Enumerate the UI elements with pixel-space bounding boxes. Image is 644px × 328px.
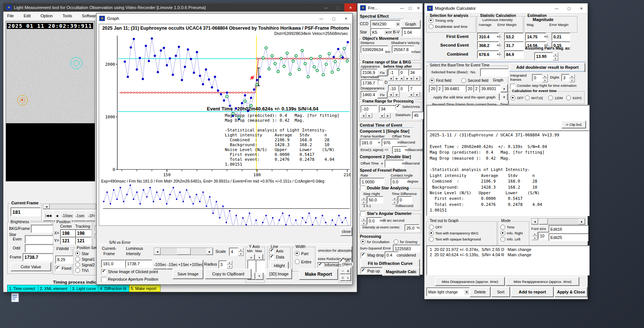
minimize-icon[interactable]: — <box>315 14 327 23</box>
line-axis-checkbox[interactable]: Axis <box>269 249 283 254</box>
menu-file[interactable]: File <box>7 14 14 18</box>
results-list[interactable]: 1 20 02 31.972 +/- 0.374s, S/N= 2.55 D M… <box>426 245 589 275</box>
step-hight-value[interactable]: 50.0 <box>367 196 383 204</box>
main-titlebar[interactable]: ✦ Light Measurement tool for Occultation… <box>3 3 357 12</box>
ccd-select[interactable]: IMX290▼ <box>370 20 402 28</box>
mag-titlebar[interactable]: ✦ Magnitude Calculator — ▢ ✕ <box>424 3 588 14</box>
radius-spinner[interactable]: ▲▼ <box>227 260 232 269</box>
maximize-icon[interactable]: ▢ <box>327 14 340 23</box>
mode-time-radio[interactable]: Time <box>500 225 514 230</box>
combined-err[interactable]: 84.9 <box>504 50 524 59</box>
second-event-err[interactable]: 31.7 <box>504 41 524 50</box>
edit16-field[interactable]: Edit16 <box>549 225 588 233</box>
close-icon[interactable]: ✕ <box>340 14 352 23</box>
star-even-value[interactable] <box>25 235 53 243</box>
f2-sec[interactable]: 39.8931 <box>479 85 503 92</box>
correction-absorption-button[interactable]: Correction for absorption <box>317 246 352 255</box>
time-diff-value[interactable]: 0 <box>398 196 412 204</box>
range-to-value[interactable]: 34 <box>379 105 396 113</box>
font-size-spinner[interactable]: ▲▼ <box>532 232 538 240</box>
sort-button[interactable]: Sort <box>491 287 510 297</box>
timing-only-radio[interactable]: Timing only <box>429 18 453 23</box>
calc-120m-radio[interactable]: 120M <box>548 95 563 100</box>
tab-xml-element[interactable]: 2. XML element <box>38 285 73 292</box>
d-after-value[interactable]: 7 <box>408 85 422 92</box>
fresnel-titlebar[interactable]: ✦ Fre... — ▢ ✕ <box>358 3 423 13</box>
basetime-up-button[interactable]: ▲ <box>500 84 508 92</box>
combined-avg[interactable]: 678.6 <box>477 50 499 59</box>
minimize-icon[interactable]: — <box>550 3 563 13</box>
scroll-left-icon[interactable]: ◀ <box>43 204 50 209</box>
minus-10sec-button[interactable]: -10Sec <box>153 260 167 269</box>
maximize-icon[interactable]: ▢ <box>563 3 575 13</box>
tab-make-report[interactable]: 5. Make report <box>129 285 161 292</box>
position-set-tivi-radio[interactable]: TIVi <box>75 268 88 273</box>
position-set-signal1-radio[interactable]: Signal1 <box>75 257 95 261</box>
add-to-report-button[interactable]: Add to report <box>511 287 554 297</box>
minus-1sec-button[interactable]: -1Sec <box>167 260 179 269</box>
for-grazing-radio[interactable]: for Grazing <box>394 239 417 244</box>
d-before-spinner[interactable]: ◀▶ <box>388 92 400 97</box>
magnitude-calc-button[interactable]: Magnitude Calc <box>382 267 420 276</box>
main-light-change-select[interactable]: Main light change▼ <box>426 287 471 296</box>
for-occultation-radio[interactable]: for Occultation <box>361 239 389 244</box>
velocity-value[interactable]: 25567.8 <box>392 45 414 53</box>
consider-step-checkbox[interactable]: Consider step hight for time estimation <box>510 84 577 89</box>
second-field-radio[interactable]: Second field <box>461 78 488 83</box>
mode-info-left-radio[interactable]: Info. Left <box>500 237 520 242</box>
fit-diffraction-button[interactable]: Fit to Diffraction Curve <box>361 259 420 268</box>
graph-titlebar[interactable]: ✦ Graph — ▢ ✕ <box>97 14 352 24</box>
first-event-avg[interactable]: 310.4 <box>477 33 499 41</box>
scrollbar-thumb[interactable] <box>177 248 191 255</box>
menu-edit[interactable]: Edit <box>24 14 31 18</box>
rewind-button[interactable]: |◀◀ <box>43 210 54 221</box>
frame-intensity-value[interactable]: 1738.7 <box>23 253 53 261</box>
object-l-button[interactable]: L <box>345 274 351 281</box>
tab-diffraction[interactable]: 4. Diffraction tit <box>98 285 131 292</box>
after-spinner[interactable]: ◀▶ <box>408 76 420 81</box>
position-set-star-radio[interactable]: Star <box>75 251 89 256</box>
playback-scrollbar[interactable]: ◀ <box>43 204 96 209</box>
time-diff-spinner[interactable]: ▲▼ <box>392 196 397 204</box>
width-entire-radio[interactable]: Entire <box>295 259 311 264</box>
y-center-value[interactable]: 121 <box>60 237 77 245</box>
mode-info-right-radio[interactable]: Info. Right <box>500 231 523 236</box>
select-area-checkbox[interactable]: SelectArea <box>395 104 420 110</box>
object-b-button[interactable]: B <box>345 268 351 274</box>
bkg-frame-value[interactable] <box>31 225 53 233</box>
scroll-right-icon[interactable]: ▶ <box>579 219 585 224</box>
calc-off-radio[interactable]: OFF <box>511 95 524 100</box>
fwhm-value[interactable]: 8.29 <box>55 255 73 264</box>
color-value-button[interactable]: Color Value <box>11 262 51 271</box>
plus-1sec-button[interactable]: +1Sec <box>178 260 190 269</box>
digits-spinner[interactable]: ▲▼ <box>569 74 575 82</box>
report-text-area[interactable]: 2025-1-11 / (31)Euphrosyne / UCAC4 371-0… <box>426 130 589 216</box>
offset-time-value[interactable]: 976 <box>382 139 400 147</box>
selected-frame-value[interactable] <box>480 68 509 77</box>
tab-light-curve[interactable]: 3. Light curve <box>70 285 100 292</box>
save-image-button[interactable]: Save Image <box>173 269 203 279</box>
f1-sec[interactable]: 39.6481 <box>442 85 466 92</box>
current-frame-value[interactable]: 181 <box>11 207 41 216</box>
first-event-mag-err[interactable]: 0.21 <box>552 33 570 41</box>
miss-disappearance-button[interactable]: Miss Disappearance (approx. time) <box>435 277 505 286</box>
apply-edit-time-button[interactable]: Apply the edit time and Re-open graph <box>429 93 500 101</box>
minimize-icon[interactable]: — <box>320 3 332 12</box>
intermediate-value[interactable]: 1738.7 <box>361 79 380 87</box>
close-icon[interactable]: ✕ <box>575 3 588 13</box>
tab-time-correct[interactable]: 1. Time correct <box>7 285 40 292</box>
rate-value[interactable]: 1.0000 <box>360 178 385 186</box>
range-to-spinner[interactable]: ◀▶ <box>379 113 391 118</box>
graph-current-frame-value[interactable]: 181.0 <box>101 260 125 268</box>
minus-1sec-button[interactable]: -1sec <box>74 210 86 221</box>
close-icon[interactable]: ✕ <box>414 3 423 12</box>
scroll-left-icon[interactable]: ◀ <box>154 248 161 255</box>
reproduce-aperture-checkbox[interactable]: Reproduce Aperture Position <box>101 277 158 282</box>
plot-panel[interactable]: 2025 Jan 11; (31) Euphrosyne occults UCA… <box>99 24 351 226</box>
star-odd-value[interactable] <box>25 244 53 252</box>
close-icon[interactable]: ✕ <box>344 3 357 12</box>
delete-button[interactable]: Delete <box>470 287 491 297</box>
miss-reappearance-button[interactable]: Miss Reapppearance (approx. time) <box>506 277 579 286</box>
text-off-radio[interactable]: OFF <box>429 225 442 230</box>
y-tracking-value[interactable]: 121 <box>75 237 92 245</box>
